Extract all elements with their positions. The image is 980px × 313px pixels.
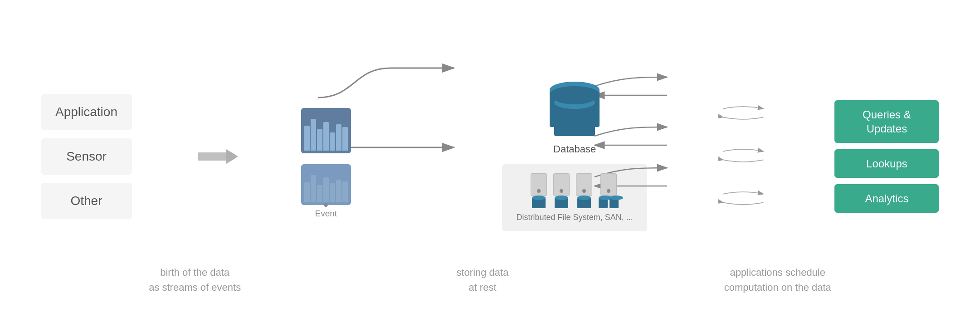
bottom-label-left: birth of the dataas streams of events	[149, 265, 241, 295]
main-arrow-svg	[198, 143, 239, 170]
processor-bottom: Event	[301, 164, 351, 205]
bar1	[304, 126, 310, 151]
bbar5	[330, 183, 335, 202]
bar3	[317, 129, 322, 151]
cylinder-body2	[554, 104, 595, 136]
server-body-3	[576, 173, 592, 196]
source-application: Application	[41, 94, 132, 130]
bottom-label-middle: storing dataat rest	[456, 265, 508, 295]
processor-bars-top	[301, 108, 351, 153]
database-cylinder	[550, 82, 600, 127]
bbar1	[304, 182, 310, 202]
action-analytics: Analytics	[834, 184, 939, 213]
processor-top	[301, 108, 351, 153]
source-other: Other	[41, 183, 132, 219]
server-icon-1	[531, 173, 547, 208]
server-body-4	[600, 173, 617, 196]
database-container: Database	[550, 82, 600, 155]
source-sensor: Sensor	[41, 138, 132, 175]
bbar3	[317, 185, 322, 202]
bbar6	[336, 180, 341, 202]
event-dot	[324, 203, 328, 207]
processors-column: Event	[301, 108, 351, 205]
source-other-label: Other	[70, 194, 102, 208]
diagram: Application Sensor Other	[14, 9, 966, 304]
bar5	[330, 132, 335, 151]
bidir-svg-3	[718, 189, 768, 207]
arrows-overlay	[14, 9, 966, 304]
bidir-svg-1	[718, 104, 768, 122]
dist-icons	[531, 173, 619, 208]
bar7	[342, 127, 348, 151]
bidir-arrow-1	[718, 104, 768, 124]
server-body-2	[553, 173, 570, 196]
cylinder-top4	[554, 92, 595, 104]
source-application-label: Application	[55, 105, 117, 119]
action-analytics-label: Analytics	[865, 192, 908, 205]
server-icon-4	[599, 173, 619, 208]
bottom-labels: birth of the dataas streams of events st…	[14, 265, 966, 295]
bidir-arrow-2	[718, 147, 768, 166]
bidir-arrow-3	[718, 189, 768, 209]
bottom-label-right: applications schedulecomputation on the …	[724, 265, 831, 295]
action-queries-label: Queries &Updates	[863, 108, 911, 135]
event-label: Event	[315, 209, 337, 219]
source-sensor-label: Sensor	[66, 149, 107, 164]
processor-bars-bottom	[301, 164, 351, 205]
mini-cyl-4a	[599, 197, 608, 208]
bar2	[311, 119, 316, 151]
server-body-1	[531, 173, 547, 196]
server-icon-3	[576, 173, 592, 208]
action-lookups-label: Lookups	[866, 157, 907, 170]
action-lookups: Lookups	[834, 149, 939, 178]
bidir-svg-2	[718, 147, 768, 165]
sources-column: Application Sensor Other	[41, 94, 132, 219]
distributed-storage-box: Distributed File System, SAN, ...	[502, 164, 647, 231]
action-queries-updates: Queries &Updates	[834, 100, 939, 143]
mini-cylinder-1	[532, 197, 546, 208]
double-cylinders	[599, 197, 619, 208]
bar4	[323, 122, 329, 151]
database-label: Database	[553, 143, 596, 155]
actions-column: Queries &Updates Lookups Analytics	[834, 100, 939, 213]
svg-marker-4	[226, 149, 238, 164]
bbar7	[342, 181, 348, 202]
bbar4	[323, 177, 329, 202]
mini-cyl-4b	[609, 197, 619, 208]
storage-column: Database	[502, 82, 647, 231]
main-arrow-connector	[198, 143, 239, 170]
mini-cylinder-2	[555, 197, 568, 208]
bar6	[336, 124, 341, 151]
distributed-label: Distributed File System, SAN, ...	[517, 213, 633, 222]
bidir-arrows-column	[718, 104, 768, 209]
server-icon-2	[553, 173, 570, 208]
mini-cylinder-3	[577, 197, 591, 208]
bbar2	[311, 175, 316, 202]
